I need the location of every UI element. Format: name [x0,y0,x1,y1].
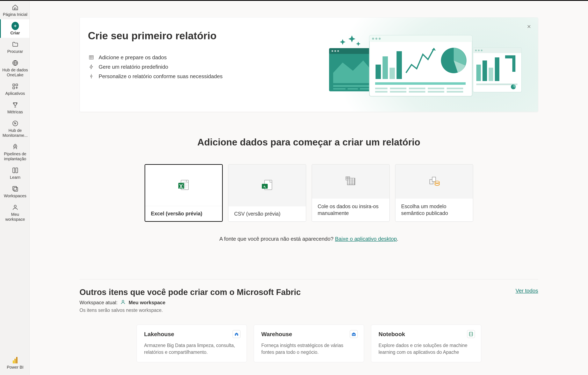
svg-rect-33 [495,57,499,81]
svg-rect-3 [13,87,15,89]
data-source-label: Cole os dados ou insira-os manualmente [312,198,389,222]
svg-rect-55 [428,91,444,93]
svg-rect-1 [13,84,15,86]
lakehouse-icon [233,330,241,338]
sidebar-item-onelake[interactable]: Hub de dados OneLake [0,56,29,80]
hero-close-button[interactable] [526,23,532,30]
hero-bullet-text: Gere um relatório predefinido [99,64,168,70]
svg-rect-65 [432,177,436,182]
svg-rect-51 [447,88,463,89]
svg-rect-50 [428,88,444,89]
svg-rect-37 [369,35,472,42]
sidebar-item-label: Hub de Monitorame... [2,128,29,138]
bolt-icon [88,64,94,70]
sidebar-item-label: Aplicativos [5,91,25,96]
svg-rect-42 [383,56,388,79]
svg-rect-24 [360,88,370,89]
sidebar-nav: Página Inicial Criar Procurar Hub de dad… [0,1,30,375]
svg-point-39 [375,38,378,40]
svg-rect-10 [14,359,16,364]
svg-rect-46 [375,82,466,85]
fabric-card-warehouse[interactable]: Warehouse Forneça insights estratégicos … [254,325,364,362]
svg-rect-48 [390,88,406,89]
svg-rect-26 [473,48,522,53]
sidebar-item-label: Criar [10,31,20,35]
data-source-label: Excel (versão prévia) [145,206,222,221]
sidebar-item-label: Hub de dados OneLake [2,67,29,77]
apps-icon [11,83,19,90]
fabric-card-title: Lakehouse [144,331,239,338]
fabric-hint: Os itens serão salvos neste workspace. [80,308,301,313]
sidebar-footer-powerbi[interactable]: Power BI [0,354,29,375]
svg-rect-70 [353,334,354,335]
workspace-label: Workspace atual: [80,300,118,305]
sidebar-item-workspaces[interactable]: Workspaces [0,182,29,201]
trophy-icon [11,101,19,109]
svg-rect-12 [89,55,93,59]
sidebar-item-apps[interactable]: Aplicativos [0,80,29,98]
svg-rect-22 [333,88,346,89]
rocket-icon [11,143,19,150]
fabric-card-desc: Armazene Big Data para limpeza, consulta… [144,342,239,356]
see-all-link[interactable]: Ver todos [516,288,538,294]
svg-rect-47 [375,88,388,89]
sidebar-item-metrics[interactable]: Métricas [0,98,29,117]
sidebar-item-create[interactable]: Criar [0,19,29,38]
sidebar-item-label: Workspaces [4,193,27,198]
plus-circle-icon [11,22,19,30]
hero-bullet: Adicione e prepare os dados [88,54,259,61]
svg-rect-53 [390,91,406,93]
hero-illustration [320,32,530,97]
fabric-card-notebook[interactable]: Notebook Explore dados e crie soluções d… [371,325,481,362]
main-content: Crie seu primeiro relatório Adicione e p… [30,1,588,375]
svg-rect-9 [13,360,14,363]
csv-icon: a, [261,179,273,192]
svg-rect-6 [13,186,17,190]
table-icon [88,54,94,61]
sidebar-item-pipelines[interactable]: Pipelines de implantação [0,140,29,164]
svg-rect-21 [333,85,370,87]
notebook-icon [467,330,475,338]
svg-rect-34 [476,84,517,85]
sidebar-item-label: Página Inicial [3,12,27,17]
fabric-card-lakehouse[interactable]: Lakehouse Armazene Big Data para limpeza… [136,325,247,362]
data-source-label: Escolha um modelo semântico publicado [396,198,473,222]
data-source-card-paste[interactable]: Cole os dados ou insira-os manualmente [312,164,390,222]
data-source-card-excel[interactable]: Excel (versão prévia) [145,164,223,222]
workspace-name: Meu workspace [128,300,165,305]
fabric-card-title: Notebook [379,331,474,338]
svg-point-20 [337,50,339,52]
download-desktop-link[interactable]: Baixe o aplicativo desktop [335,236,397,242]
svg-rect-30 [476,64,481,81]
svg-point-67 [435,183,439,186]
warehouse-icon [350,330,358,338]
onelake-icon [11,59,19,67]
svg-point-27 [475,50,477,51]
svg-point-8 [14,205,16,207]
data-source-label: CSV (versão prévia) [229,206,306,221]
pin-icon [88,73,94,80]
fabric-card-desc: Explore dados e crie soluções de machine… [379,342,474,356]
help-text-prefix: A fonte que você procura não está aparec… [219,236,335,242]
workspaces-icon [11,185,19,193]
data-source-card-csv[interactable]: a, CSV (versão prévia) [228,164,306,222]
sidebar-item-my-workspace[interactable]: Meu workspace [0,201,29,224]
sidebar-item-home[interactable]: Página Inicial [0,1,29,19]
sidebar-item-monitoring[interactable]: Hub de Monitorame... [0,117,29,140]
sidebar-item-learn[interactable]: Learn [0,164,29,182]
data-source-card-model[interactable]: Escolha um modelo semântico publicado [395,164,473,222]
svg-marker-15 [356,42,360,46]
sidebar-item-browse[interactable]: Procurar [0,38,29,56]
svg-rect-41 [376,64,381,79]
fabric-cards: Lakehouse Armazene Big Data para limpeza… [80,325,538,362]
fabric-card-title: Warehouse [262,331,357,338]
svg-point-29 [481,50,483,51]
fabric-header: Outros itens que você pode criar com o M… [80,288,538,313]
person-icon [11,204,19,211]
svg-point-19 [335,50,336,52]
svg-text:a,: a, [263,185,266,188]
sidebar-item-label: Pipelines de implantação [2,151,29,161]
svg-point-38 [372,38,374,40]
hero-bullet-text: Personalize o relatório conforme suas ne… [99,73,223,80]
svg-point-18 [332,50,333,52]
